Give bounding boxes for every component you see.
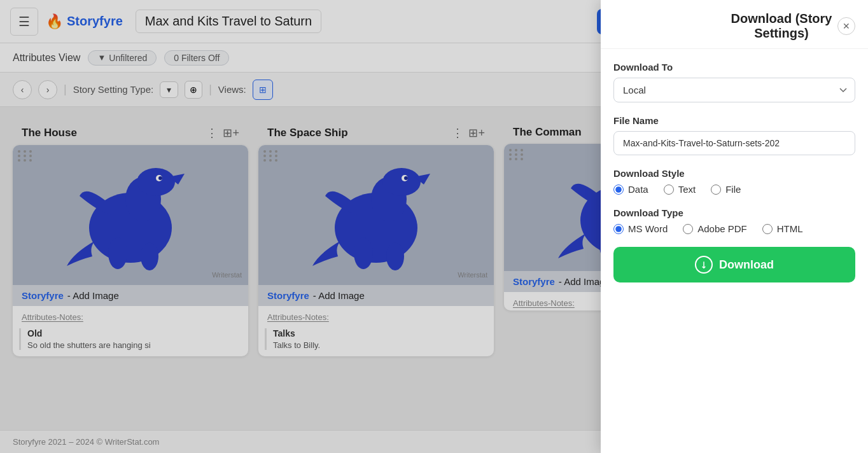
unfiltered-pill[interactable]: ▼ Unfiltered bbox=[88, 50, 157, 66]
download-to-select[interactable]: Local bbox=[613, 78, 855, 102]
card-add-2[interactable]: ⊞+ bbox=[468, 126, 485, 140]
dragon-svg-2 bbox=[306, 158, 446, 272]
file-name-input[interactable] bbox=[613, 131, 855, 155]
note-desc-2: Talks to Billy. bbox=[273, 340, 487, 350]
divider-1: | bbox=[64, 83, 67, 96]
menu-button[interactable]: ☰ bbox=[10, 8, 38, 36]
note-desc-1: So old the shutters are hanging si bbox=[27, 340, 242, 350]
flame-icon: 🔥 bbox=[46, 13, 63, 30]
dot-grid-3 bbox=[509, 149, 524, 160]
download-arrow-icon bbox=[699, 260, 708, 269]
divider-2: | bbox=[209, 83, 212, 96]
views-label: Views: bbox=[218, 84, 246, 95]
attributes-notes-1[interactable]: Attributes-Notes: bbox=[13, 306, 248, 324]
modal-title: Download (Story Settings) bbox=[725, 11, 837, 41]
note-block-1: Old So old the shutters are hanging si bbox=[19, 328, 242, 350]
modal-body: Download To Local File Name Download Sty… bbox=[601, 49, 868, 453]
style-file-option[interactable]: File bbox=[711, 184, 741, 195]
story-setting-select[interactable]: ▾ bbox=[160, 81, 178, 98]
card-image-1: Writerstat bbox=[13, 145, 248, 285]
type-html-label: HTML bbox=[777, 223, 803, 234]
card-body-1: Writerstat Storyfyre - Add Image Attribu… bbox=[13, 145, 248, 356]
file-name-label: File Name bbox=[613, 115, 855, 126]
dragon-svg-1 bbox=[60, 158, 200, 272]
svg-point-21 bbox=[386, 242, 404, 270]
style-file-radio[interactable] bbox=[711, 185, 721, 195]
modal-header: Download (Story Settings) ✕ bbox=[601, 0, 868, 49]
card-title-2: The Space Ship bbox=[267, 127, 348, 139]
card-menu-1[interactable]: ⋮ bbox=[206, 126, 218, 140]
card-image-2: Writerstat bbox=[258, 145, 494, 285]
card-body-2: Writerstat Storyfyre - Add Image Attribu… bbox=[258, 145, 494, 356]
footer-left: Storyfyre 2021 – 2024 © WriterStat.com bbox=[13, 437, 159, 447]
card-add-1[interactable]: ⊞+ bbox=[223, 126, 239, 140]
style-data-option[interactable]: Data bbox=[613, 184, 648, 195]
svg-point-11 bbox=[158, 176, 162, 180]
add-image-area-2: Storyfyre - Add Image bbox=[258, 285, 494, 306]
filters-off-pill[interactable]: 0 Filters Off bbox=[164, 50, 229, 66]
attributes-notes-2[interactable]: Attributes-Notes: bbox=[258, 306, 494, 324]
storyfyre-link-1[interactable]: Storyfyre bbox=[22, 290, 64, 301]
type-adobepdf-label: Adobe PDF bbox=[697, 223, 747, 234]
type-msword-label: MS Word bbox=[628, 223, 668, 234]
writerstat-label-2: Writerstat bbox=[458, 271, 487, 279]
modal-download-button[interactable]: Download bbox=[613, 247, 855, 282]
download-style-group: Data Text File bbox=[613, 184, 855, 195]
note-title-2: Talks bbox=[273, 328, 487, 338]
style-data-radio[interactable] bbox=[613, 185, 624, 195]
note-title-1: Old bbox=[27, 328, 242, 338]
filters-off-label: 0 Filters Off bbox=[174, 53, 220, 63]
card-actions-2: ⋮ ⊞+ bbox=[452, 126, 485, 140]
card-column-2: The Space Ship ⋮ ⊞+ bbox=[258, 120, 494, 430]
card-header-2: The Space Ship ⋮ ⊞+ bbox=[258, 120, 494, 145]
style-text-radio[interactable] bbox=[664, 185, 674, 195]
download-type-label: Download Type bbox=[613, 207, 855, 218]
share-icon[interactable]: ⊕ bbox=[185, 81, 202, 99]
modal-download-label: Download bbox=[719, 258, 774, 272]
prev-arrow[interactable]: ‹ bbox=[13, 80, 32, 99]
svg-point-12 bbox=[108, 237, 127, 269]
dot-grid-2 bbox=[263, 150, 279, 162]
storyfyre-link-2[interactable]: Storyfyre bbox=[267, 290, 309, 301]
type-html-radio[interactable] bbox=[762, 224, 773, 234]
brand-name: Storyfyre bbox=[67, 14, 123, 29]
views-button[interactable]: ⊞ bbox=[253, 80, 273, 100]
svg-point-8 bbox=[137, 168, 175, 196]
type-adobepdf-option[interactable]: Adobe PDF bbox=[683, 223, 747, 234]
story-title[interactable]: Max and Kits Travel to Saturn bbox=[136, 10, 321, 33]
card-title-3: The Comman bbox=[513, 126, 582, 139]
type-msword-radio[interactable] bbox=[613, 224, 624, 234]
brand: 🔥 Storyfyre bbox=[46, 13, 123, 30]
storyfyre-link-3[interactable]: Storyfyre bbox=[513, 276, 555, 287]
svg-point-16 bbox=[382, 168, 421, 196]
unfiltered-label: Unfiltered bbox=[109, 53, 147, 63]
attributes-view-label: Attributes View bbox=[13, 52, 80, 64]
filter-icon: ▼ bbox=[97, 53, 106, 62]
add-image-text-1: - Add Image bbox=[67, 290, 119, 301]
card-menu-2[interactable]: ⋮ bbox=[452, 126, 463, 140]
download-to-label: Download To bbox=[613, 62, 855, 73]
style-data-label: Data bbox=[628, 184, 648, 195]
svg-point-19 bbox=[404, 176, 408, 180]
download-style-label: Download Style bbox=[613, 168, 855, 179]
note-block-2: Talks Talks to Billy. bbox=[265, 328, 487, 350]
style-text-label: Text bbox=[678, 184, 696, 195]
type-html-option[interactable]: HTML bbox=[762, 223, 803, 234]
style-text-option[interactable]: Text bbox=[664, 184, 696, 195]
type-msword-option[interactable]: MS Word bbox=[613, 223, 668, 234]
style-file-label: File bbox=[725, 184, 741, 195]
svg-point-13 bbox=[141, 242, 158, 270]
story-setting-label: Story Setting Type: bbox=[73, 84, 153, 95]
card-actions-1: ⋮ ⊞+ bbox=[206, 126, 239, 140]
chevron-down-icon: ▾ bbox=[167, 85, 171, 95]
type-adobepdf-radio[interactable] bbox=[683, 224, 693, 234]
writerstat-label-1: Writerstat bbox=[212, 271, 242, 279]
download-type-group: MS Word Adobe PDF HTML bbox=[613, 223, 855, 234]
card-title-1: The House bbox=[22, 127, 77, 139]
download-modal: Download (Story Settings) ✕ Download To … bbox=[601, 0, 868, 453]
card-column-1: The House ⋮ ⊞+ bbox=[13, 120, 248, 430]
modal-close-button[interactable]: ✕ bbox=[837, 17, 855, 35]
dot-grid-1 bbox=[18, 150, 33, 162]
add-image-area-1: Storyfyre - Add Image bbox=[13, 285, 248, 306]
next-arrow[interactable]: › bbox=[38, 80, 57, 99]
